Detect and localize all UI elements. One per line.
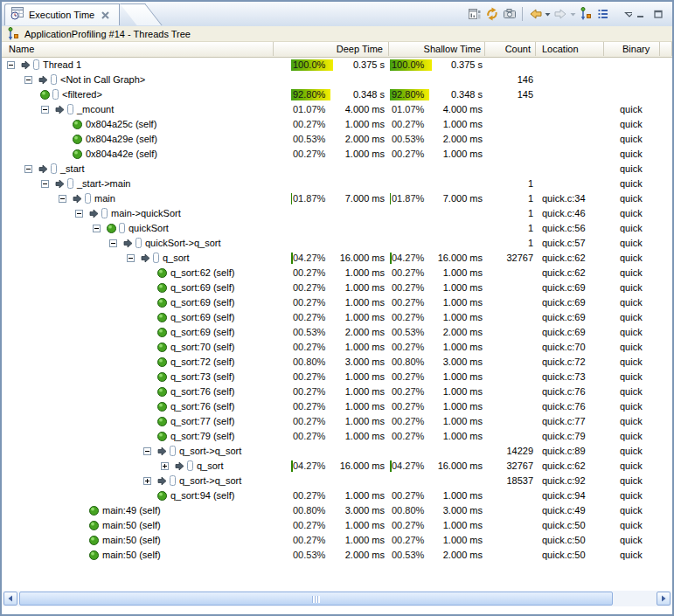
- location-value: quick.c:76: [542, 384, 616, 399]
- expander-minus-icon[interactable]: [109, 239, 117, 247]
- shallow-time-percent-value: 01.07%: [392, 102, 424, 117]
- sample-sphere-icon: [73, 149, 82, 159]
- location-value: quick.c:50: [542, 518, 616, 533]
- location-value: quick.c:89: [542, 444, 616, 459]
- tree-row[interactable]: q_sort->q_sort18537quick.c:92quick: [2, 474, 672, 488]
- view-description: ApplicationProfiling #14 - Threads Tree: [24, 29, 191, 39]
- tree-row[interactable]: q_sort:69 (self)00.27%1.000 ms00.27%1.00…: [2, 310, 672, 325]
- tree-row[interactable]: q_sort:76 (self)00.27%1.000 ms00.27%1.00…: [2, 384, 672, 399]
- count-value: 1: [481, 176, 533, 191]
- back-menu-icon[interactable]: [544, 5, 552, 23]
- scroll-left-button[interactable]: [3, 592, 17, 606]
- tree-row[interactable]: _startquick: [2, 162, 672, 176]
- tab-execution-time[interactable]: Execution Time: [4, 3, 120, 25]
- expander-minus-icon[interactable]: [24, 165, 32, 173]
- expander-minus-icon[interactable]: [75, 210, 83, 218]
- shallow-time-percent-value: 00.27%: [392, 488, 424, 503]
- deep-time-percent-value: 00.27%: [293, 117, 325, 132]
- tree-row[interactable]: <Not in Call Graph>146: [2, 73, 672, 87]
- function-icon: [51, 163, 57, 174]
- expander-minus-icon[interactable]: [143, 447, 151, 455]
- tree-row[interactable]: q_sort->q_sort14229quick.c:89quick: [2, 444, 672, 459]
- tree-row[interactable]: _start->main1quick: [2, 176, 672, 191]
- tree-row[interactable]: q_sort:70 (self)00.27%1.000 ms00.27%1.00…: [2, 340, 672, 355]
- scroll-right-button[interactable]: [657, 592, 671, 606]
- tree-row[interactable]: q_sort:77 (self)00.27%1.000 ms00.27%1.00…: [2, 414, 672, 429]
- expander-minus-icon[interactable]: [7, 61, 15, 69]
- tree-row[interactable]: q_sort:69 (self)00.27%1.000 ms00.27%1.00…: [2, 280, 672, 295]
- profiling-view-icon[interactable]: [466, 5, 483, 23]
- tree-row[interactable]: main->quickSort1quick.c:46quick: [2, 206, 672, 221]
- threads-tree-icon[interactable]: [577, 5, 594, 23]
- tree-row[interactable]: q_sort:79 (self)00.27%1.000 ms00.27%1.00…: [2, 429, 672, 444]
- tree-row[interactable]: 0x804a29e (self)00.53%2.000 ms00.53%2.00…: [2, 132, 672, 147]
- column-header-name[interactable]: Name: [2, 42, 274, 56]
- expander-plus-icon[interactable]: [161, 462, 169, 470]
- snapshot-icon[interactable]: [501, 5, 518, 23]
- binary-value: quick: [620, 191, 671, 206]
- tree-row[interactable]: q_sort:94 (self)00.27%1.000 ms00.27%1.00…: [2, 488, 672, 503]
- expander-minus-icon[interactable]: [127, 254, 135, 262]
- scrollbar-thumb[interactable]: [19, 592, 613, 606]
- tree-row[interactable]: main:49 (self)00.80%3.000 ms00.80%3.000 …: [2, 503, 672, 518]
- maximize-icon[interactable]: [650, 5, 667, 23]
- tree-row[interactable]: q_sort:62 (self)00.27%1.000 ms00.27%1.00…: [2, 266, 672, 280]
- column-header-shallow-time[interactable]: Shallow Time: [389, 42, 485, 56]
- forward-icon[interactable]: [552, 5, 569, 23]
- tree-row[interactable]: Thread 1100.0%0.375 s100.0%0.375 s: [2, 58, 672, 73]
- forward-menu-icon[interactable]: [569, 5, 577, 23]
- deep-time-percent-value: 100.0%: [293, 58, 325, 73]
- deep-time-value: 1.000 ms: [323, 384, 385, 399]
- tree-row[interactable]: q_sort:73 (self)00.27%1.000 ms00.27%1.00…: [2, 370, 672, 384]
- deep-time-value: 1.000 ms: [323, 117, 385, 132]
- tree-row[interactable]: main01.87%7.000 ms01.87%7.000 ms1quick.c…: [2, 191, 672, 206]
- horizontal-scrollbar[interactable]: [3, 591, 671, 606]
- column-header-location[interactable]: Location: [536, 42, 604, 56]
- binary-value: quick: [620, 548, 671, 563]
- tree-row[interactable]: <filtered>92.80%0.348 s92.80%0.348 s145: [2, 87, 672, 102]
- binary-value: quick: [620, 444, 671, 459]
- tree-row[interactable]: q_sort:72 (self)00.80%3.000 ms00.80%3.00…: [2, 355, 672, 370]
- shallow-time-value: 1.000 ms: [421, 414, 483, 429]
- binary-value: quick: [620, 147, 671, 162]
- expander-minus-icon[interactable]: [41, 180, 49, 188]
- location-value: quick.c:76: [542, 399, 616, 414]
- tree-row[interactable]: 0x804a42e (self)00.27%1.000 ms00.27%1.00…: [2, 147, 672, 162]
- column-header-count[interactable]: Count: [485, 42, 536, 56]
- tree-row[interactable]: main:50 (self)00.27%1.000 ms00.27%1.000 …: [2, 533, 672, 548]
- tree-row[interactable]: quickSort->q_sort1quick.c:57quick: [2, 236, 672, 251]
- shallow-time-percent-value: 00.27%: [392, 295, 424, 310]
- expander-minus-icon[interactable]: [93, 225, 101, 232]
- tree-row[interactable]: q_sort:69 (self)00.53%2.000 ms00.53%2.00…: [2, 325, 672, 340]
- expander-minus-icon[interactable]: [41, 106, 49, 114]
- tree-row[interactable]: q_sort:76 (self)00.27%1.000 ms00.27%1.00…: [2, 399, 672, 414]
- tree-row[interactable]: _mcount01.07%4.000 ms01.07%4.000 msquick: [2, 102, 672, 117]
- tree-row[interactable]: q_sort04.27%16.000 ms04.27%16.000 ms3276…: [2, 459, 672, 474]
- sample-sphere-icon: [89, 506, 99, 516]
- column-header-deep-time[interactable]: Deep Time: [274, 42, 389, 56]
- tree-row[interactable]: 0x804a25c (self)00.27%1.000 ms00.27%1.00…: [2, 117, 672, 132]
- minimize-icon[interactable]: [632, 5, 650, 23]
- row-name: _mcount: [77, 102, 114, 117]
- refresh-icon[interactable]: [483, 5, 501, 23]
- tree-row[interactable]: q_sort:69 (self)00.27%1.000 ms00.27%1.00…: [2, 295, 672, 310]
- deep-time-percent-value: 00.27%: [293, 280, 325, 295]
- binary-value: quick: [620, 459, 671, 474]
- view-menu-icon[interactable]: [624, 5, 632, 23]
- expander-plus-icon[interactable]: [143, 477, 151, 485]
- tree-row[interactable]: q_sort04.27%16.000 ms04.27%16.000 ms3276…: [2, 251, 672, 266]
- shallow-time-percent-value: 00.27%: [392, 117, 424, 132]
- shallow-time-percent-value: 01.87%: [392, 191, 424, 206]
- tree-row[interactable]: quickSort1quick.c:56quick: [2, 221, 672, 236]
- sample-sphere-icon: [157, 328, 167, 337]
- expander-minus-icon[interactable]: [24, 76, 32, 84]
- tree-row[interactable]: main:50 (self)00.27%1.000 ms00.27%1.000 …: [2, 518, 672, 533]
- flat-list-icon[interactable]: [594, 5, 612, 23]
- count-value: 146: [481, 73, 533, 87]
- expander-minus-icon[interactable]: [59, 195, 66, 203]
- close-icon[interactable]: [100, 10, 110, 20]
- tree-row[interactable]: main:50 (self)00.53%2.000 ms00.53%2.000 …: [2, 548, 672, 563]
- deep-time-percent-value: 00.27%: [293, 310, 325, 325]
- back-icon[interactable]: [526, 5, 544, 23]
- column-header-binary[interactable]: Binary: [604, 42, 660, 56]
